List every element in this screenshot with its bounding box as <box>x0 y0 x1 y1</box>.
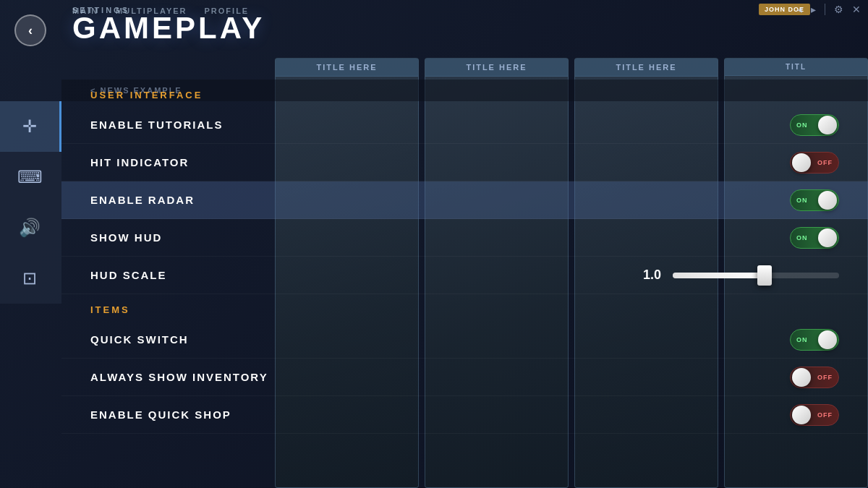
toggle-show-hud[interactable]: ON <box>790 227 839 249</box>
display-icon: ⊡ <box>22 268 37 288</box>
back-button[interactable]: ‹ <box>14 14 46 46</box>
slider-container-hud-scale: 1.0 <box>639 267 839 283</box>
toggle-label-quick-switch: ON <box>796 336 808 343</box>
toggle-enable-radar[interactable]: ON <box>790 189 839 211</box>
toggle-label-hit: OFF <box>817 159 833 166</box>
top-navigation: MAIN MULTIPLAYER PROFILE <box>0 0 868 22</box>
bg-card-title-4: TITL <box>725 59 867 76</box>
sidebar-item-display[interactable]: ⊡ <box>0 253 61 304</box>
nav-item-multiplayer[interactable]: MULTIPLAYER <box>116 7 187 15</box>
toggle-label-quick-shop: OFF <box>817 411 833 419</box>
toggle-container-radar: ON <box>790 189 839 211</box>
toggle-container-tutorials: ON <box>790 114 839 136</box>
top-right-icons: ◂ ▸ ⚙ ✕ <box>797 4 861 15</box>
setting-row-always-show-inventory[interactable]: ALWAYS SHOW INVENTORY OFF <box>61 359 868 396</box>
toggle-knob-quick-switch <box>818 330 837 349</box>
bg-card-title-1: TITLE HERE <box>276 59 418 77</box>
toggle-container-quick-shop: OFF <box>790 404 839 426</box>
setting-row-hit-indicator[interactable]: HIT INDICATOR OFF <box>61 144 868 181</box>
sidebar-item-keyboard[interactable]: ⌨ <box>0 152 61 202</box>
setting-name-quick-switch: QUICK SWITCH <box>90 333 189 346</box>
setting-name-enable-radar: ENABLE RADAR <box>90 194 195 206</box>
toggle-knob-radar <box>818 191 837 210</box>
toggle-knob-hit <box>792 153 811 172</box>
slider-value-hud-scale: 1.0 <box>639 267 661 283</box>
setting-name-enable-quick-shop: ENABLE QUICK SHOP <box>90 408 231 421</box>
divider <box>825 4 825 15</box>
setting-row-enable-quick-shop[interactable]: ENABLE QUICK SHOP OFF <box>61 396 868 434</box>
keyboard-icon: ⌨ <box>17 167 43 187</box>
arrow-right-icon[interactable]: ▸ <box>811 4 816 15</box>
setting-row-show-hud[interactable]: SHOW HUD ON <box>61 219 868 257</box>
toggle-always-show-inventory[interactable]: OFF <box>790 367 839 388</box>
setting-row-enable-radar[interactable]: ENABLE RADAR ON <box>61 181 868 219</box>
toggle-knob-inventory <box>792 368 811 387</box>
bg-card-title-2: TITLE HERE <box>425 59 568 77</box>
gamepad-icon: ✛ <box>22 116 37 137</box>
section-label-ui: USER INTERFACE <box>61 80 868 106</box>
toggle-enable-quick-shop[interactable]: OFF <box>790 404 839 426</box>
nav-item-main[interactable]: MAIN <box>72 7 98 15</box>
setting-name-hit-indicator: HIT INDICATOR <box>90 156 189 168</box>
toggle-container-quick-switch: ON <box>790 329 839 351</box>
toggle-container-inventory: OFF <box>790 367 839 388</box>
toggle-knob-hud <box>818 228 837 247</box>
sidebar-item-audio[interactable]: 🔊 <box>0 202 61 253</box>
arrow-left-icon[interactable]: ◂ <box>797 4 802 15</box>
toggle-knob-tutorials <box>818 116 837 134</box>
toggle-enable-tutorials[interactable]: ON <box>790 114 839 136</box>
setting-row-hud-scale[interactable]: HUD SCALE 1.0 <box>61 257 868 294</box>
setting-name-hud-scale: HUD SCALE <box>90 269 167 281</box>
slider-thumb-hud-scale[interactable] <box>757 265 772 286</box>
settings-icon[interactable]: ⚙ <box>834 4 843 15</box>
toggle-hit-indicator[interactable]: OFF <box>790 152 839 174</box>
section-label-items: ITEMS <box>61 294 868 321</box>
setting-row-quick-switch[interactable]: QUICK SWITCH ON <box>61 321 868 359</box>
toggle-quick-switch[interactable]: ON <box>790 329 839 351</box>
setting-name-show-hud: SHOW HUD <box>90 231 162 244</box>
toggle-label-hud: ON <box>796 234 808 241</box>
setting-name-enable-tutorials: ENABLE TUTORIALS <box>90 119 223 131</box>
sidebar-item-gamepad[interactable]: ✛ <box>0 101 61 152</box>
bg-card-title-3: TITLE HERE <box>575 59 718 77</box>
toggle-container-hit: OFF <box>790 152 839 174</box>
close-icon[interactable]: ✕ <box>852 4 861 15</box>
toggle-label-radar: ON <box>796 197 808 204</box>
toggle-container-hud: ON <box>790 227 839 249</box>
nav-item-profile[interactable]: PROFILE <box>205 7 250 15</box>
toggle-label-inventory: OFF <box>817 374 833 381</box>
settings-panel: USER INTERFACE ENABLE TUTORIALS ON HIT I… <box>61 80 868 488</box>
setting-name-always-show-inventory: ALWAYS SHOW INVENTORY <box>90 371 268 383</box>
audio-icon: 🔊 <box>19 218 41 238</box>
toggle-label-tutorials: ON <box>796 121 808 129</box>
toggle-knob-quick-shop <box>792 406 811 424</box>
sidebar: ✛ ⌨ 🔊 ⊡ <box>0 101 61 304</box>
slider-fill-hud-scale <box>673 273 765 278</box>
hud-scale-slider[interactable] <box>673 273 839 278</box>
setting-row-enable-tutorials[interactable]: ENABLE TUTORIALS ON <box>61 106 868 144</box>
